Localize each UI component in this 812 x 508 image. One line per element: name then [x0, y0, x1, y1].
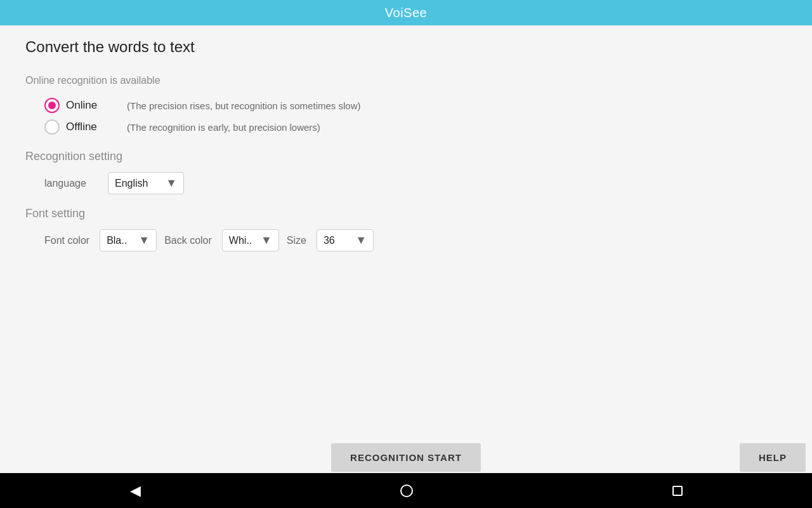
page-title: Convert the words to text: [25, 38, 787, 56]
nav-bar: [0, 473, 812, 508]
recognition-section-title: Recognition setting: [25, 150, 787, 163]
back-nav-icon[interactable]: [130, 483, 141, 499]
app-title: VoiSee: [385, 6, 427, 20]
back-color-dropdown-arrow: ▼: [261, 234, 272, 247]
recognition-start-button[interactable]: RECOGNITION START: [331, 443, 481, 472]
help-button[interactable]: HELP: [740, 443, 806, 472]
size-dropdown[interactable]: 36 ▼: [317, 229, 374, 251]
offline-radio-button[interactable]: [44, 119, 60, 135]
main-content: Convert the words to text Online recogni…: [0, 25, 812, 441]
size-dropdown-arrow: ▼: [355, 234, 367, 247]
title-bar: VoiSee: [0, 0, 812, 25]
online-radio-description: (The precision rises, but recognition is…: [127, 100, 360, 111]
font-color-label: Font color: [44, 235, 89, 246]
offline-radio-label: Offline: [66, 121, 117, 133]
language-value: English: [115, 178, 162, 189]
online-radio-button[interactable]: [44, 98, 60, 113]
font-row: Font color Bla.. ▼ Back color Whi.. ▼ Si…: [44, 229, 787, 251]
back-color-value: Whi..: [229, 235, 257, 246]
online-radio-row[interactable]: Online (The precision rises, but recogni…: [44, 98, 787, 113]
font-color-dropdown[interactable]: Bla.. ▼: [100, 229, 157, 251]
language-row: language English ▼: [44, 172, 787, 194]
recognition-section: Recognition setting language English ▼: [25, 150, 787, 194]
language-dropdown[interactable]: English ▼: [108, 172, 184, 194]
font-section: Font setting Font color Bla.. ▼ Back col…: [25, 207, 787, 251]
back-color-dropdown[interactable]: Whi.. ▼: [222, 229, 279, 251]
bottom-bar: RECOGNITION START HELP: [0, 441, 812, 473]
recent-nav-icon[interactable]: [672, 486, 683, 496]
font-color-dropdown-arrow: ▼: [138, 234, 150, 247]
online-status: Online recognition is available: [25, 75, 787, 86]
online-radio-label: Online: [66, 99, 117, 112]
language-label: language: [44, 178, 108, 189]
font-color-value: Bla..: [107, 235, 134, 246]
offline-radio-row[interactable]: Offline (The recognition is early, but p…: [44, 119, 787, 135]
size-value: 36: [324, 235, 351, 246]
size-label: Size: [287, 235, 306, 246]
home-nav-icon[interactable]: [400, 485, 413, 497]
back-color-label: Back color: [164, 235, 212, 246]
language-dropdown-arrow: ▼: [166, 177, 177, 190]
font-section-title: Font setting: [25, 207, 787, 220]
offline-radio-description: (The recognition is early, but precision…: [127, 122, 320, 133]
